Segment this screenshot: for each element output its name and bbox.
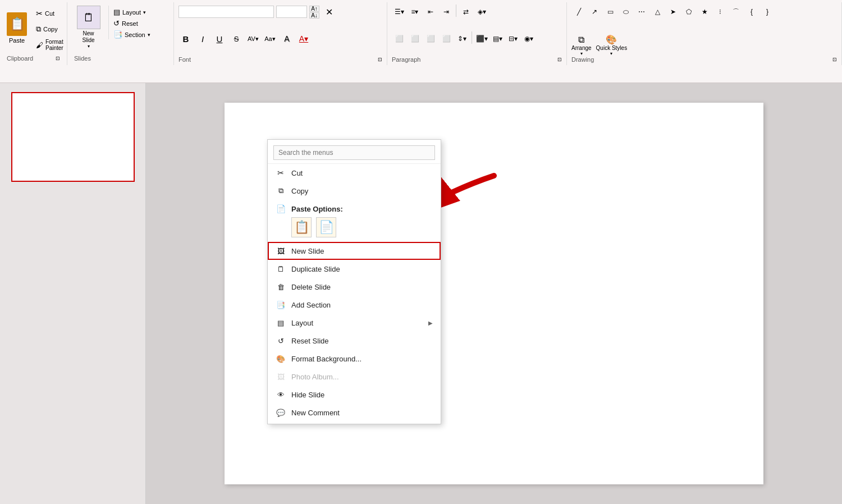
shape-rtarrow-button[interactable]: ➤ <box>666 4 680 19</box>
delete-slide-icon: 🗑 <box>276 282 286 292</box>
context-menu-paste-label: Paste Options: <box>291 205 343 213</box>
duplicate-slide-icon: 🗒 <box>276 264 286 274</box>
context-menu: ✂ Cut ⧉ Copy 📄 Paste Options: 📋 📄 🖼 New … <box>267 139 441 424</box>
arrange-label: Arrange <box>571 45 592 51</box>
shape-line-button[interactable]: ╱ <box>571 4 586 19</box>
font-case-button[interactable]: Aa▾ <box>263 31 277 46</box>
format-painter-button[interactable]: 🖌 Format Painter <box>34 39 67 51</box>
context-menu-delete-slide[interactable]: 🗑 Delete Slide <box>268 278 441 296</box>
paste-label: Paste <box>9 37 25 44</box>
context-menu-layout[interactable]: ▤ Layout ▶ <box>268 314 441 332</box>
shape-curve-button[interactable]: ⌒ <box>729 4 743 19</box>
context-menu-cut-label: Cut <box>291 169 303 177</box>
context-menu-reset-slide[interactable]: ↺ Reset Slide <box>268 332 441 350</box>
context-menu-search-input[interactable] <box>273 145 435 160</box>
context-menu-duplicate-slide[interactable]: 🗒 Duplicate Slide <box>268 260 441 278</box>
number-list-button[interactable]: ≡▾ <box>408 4 422 19</box>
clipboard-expand-icon[interactable]: ⊡ <box>56 56 60 61</box>
smartart2-button[interactable]: ◉▾ <box>521 31 536 46</box>
shadow-button[interactable]: A <box>280 31 294 46</box>
reset-ribbon-button[interactable]: ↺ Reset <box>113 19 150 28</box>
canvas-area[interactable]: ✂ Cut ⧉ Copy 📄 Paste Options: 📋 📄 🖼 New … <box>146 83 842 504</box>
paste-option-1[interactable]: 📋 <box>291 217 312 237</box>
shape-arrow-button[interactable]: ↗ <box>587 4 602 19</box>
cut-icon: ✂ <box>276 168 286 178</box>
copy-button[interactable]: ⧉ Copy <box>34 23 67 35</box>
font-color-button[interactable]: A▾ <box>296 31 311 46</box>
cut-button[interactable]: ✂ Cut <box>34 7 67 20</box>
context-menu-add-section-label: Add Section <box>291 301 331 309</box>
bullet-list-button[interactable]: ☰▾ <box>392 4 406 19</box>
context-menu-new-comment[interactable]: 💬 New Comment <box>268 404 441 421</box>
slide-panel <box>0 83 146 504</box>
shape-oval-button[interactable]: ⬭ <box>619 4 633 19</box>
strikethrough-button[interactable]: S <box>229 31 244 46</box>
context-menu-hide-label: Hide Slide <box>291 391 324 399</box>
cut-label: Cut <box>45 10 54 17</box>
context-menu-paste-options: 📄 Paste Options: <box>268 200 441 215</box>
align-left-button[interactable]: ⬜ <box>392 31 406 46</box>
clipboard-group-label: Clipboard <box>7 55 33 62</box>
convert-smartart-button[interactable]: ◈▾ <box>474 4 489 19</box>
shape-brace-button[interactable]: { <box>744 4 759 19</box>
add-section-icon: 📑 <box>276 300 286 310</box>
font-decrease-button[interactable]: A↓ <box>309 12 319 19</box>
copy-label: Copy <box>43 26 58 33</box>
context-menu-photo-album: 🖼 Photo Album... <box>268 368 441 386</box>
slides-group-label: Slides <box>74 55 91 62</box>
shape-pentagon-button[interactable]: ⬠ <box>681 4 696 19</box>
context-menu-reset-label: Reset Slide <box>291 337 328 345</box>
layout-ribbon-button[interactable]: ▤ Layout ▾ <box>113 8 150 16</box>
underline-button[interactable]: U <box>212 31 227 46</box>
character-spacing-button[interactable]: AV▾ <box>246 31 260 46</box>
drawing-expand-icon[interactable]: ⊡ <box>832 57 837 62</box>
bold-button[interactable]: B <box>179 31 193 46</box>
shape-star-button[interactable]: ★ <box>697 4 712 19</box>
indent-increase-button[interactable]: ⇥ <box>439 4 454 19</box>
text-direction2-button[interactable]: ▤▾ <box>490 31 505 46</box>
slide-thumbnail-1[interactable] <box>11 92 135 182</box>
paste-button[interactable]: 📋 Paste <box>4 6 29 51</box>
section-ribbon-button[interactable]: 📑 Section ▾ <box>113 30 150 39</box>
paragraph-expand-icon[interactable]: ⊡ <box>557 57 562 62</box>
shape-extra-button[interactable]: ⁝ <box>713 4 727 19</box>
quick-styles-button[interactable]: 🎨 Quick Styles ▾ <box>596 34 628 56</box>
context-menu-add-section[interactable]: 📑 Add Section <box>268 296 441 314</box>
arrange-button[interactable]: ⧉ Arrange ▾ <box>571 35 592 56</box>
layout-icon: ▤ <box>276 318 286 328</box>
font-size-input[interactable] <box>276 6 307 18</box>
paste-option-2[interactable]: 📄 <box>316 217 336 237</box>
section-label: Section <box>125 31 145 38</box>
shape-bracket-button[interactable]: } <box>760 4 775 19</box>
ribbon-group-paragraph: ☰▾ ≡▾ ⇤ ⇥ ⇄ ◈▾ ⬜ ⬜ ⬜ ⬜ ⇕▾ ⬛▾ ▤▾ ⊟▾ ◉▾ <box>387 2 567 65</box>
shape-more-button[interactable]: ⋯ <box>634 4 649 19</box>
shape-triangle-button[interactable]: △ <box>650 4 665 19</box>
font-name-input[interactable] <box>179 6 274 18</box>
context-menu-cut[interactable]: ✂ Cut <box>268 164 441 182</box>
context-menu-layout-label: Layout <box>291 319 313 327</box>
shape-rect-button[interactable]: ▭ <box>603 4 617 19</box>
text-direction-button[interactable]: ⇄ <box>459 4 473 19</box>
line-spacing-button[interactable]: ⇕▾ <box>455 31 469 46</box>
context-menu-format-background[interactable]: 🎨 Format Background... <box>268 350 441 368</box>
context-menu-hide-slide[interactable]: 👁 Hide Slide <box>268 386 441 404</box>
align-text-button[interactable]: ⊟▾ <box>506 31 520 46</box>
context-menu-new-slide[interactable]: 🖼 New Slide <box>268 242 441 260</box>
format-painter-label: Format Painter <box>45 39 65 51</box>
font-increase-button[interactable]: A↑ <box>309 6 319 12</box>
align-center-button[interactable]: ⬜ <box>408 31 422 46</box>
align-right-button[interactable]: ⬜ <box>423 31 438 46</box>
new-slide-icon: 🖼 <box>276 246 286 256</box>
justify-button[interactable]: ⬜ <box>439 31 454 46</box>
paste-options-icon: 📄 <box>276 204 286 214</box>
italic-button[interactable]: I <box>195 31 210 46</box>
font-expand-icon[interactable]: ⊡ <box>378 57 382 62</box>
clear-formatting-button[interactable]: ✕ <box>322 4 336 19</box>
indent-decrease-button[interactable]: ⇤ <box>423 4 438 19</box>
ribbon-group-slides: 🗒 NewSlide ▾ ▤ Layout ▾ ↺ Reset <box>67 2 174 65</box>
ribbon-group-drawing: ╱ ↗ ▭ ⬭ ⋯ △ ➤ ⬠ ★ ⁝ ⌒ { } ⧉ Arrange ▾ <box>567 2 842 65</box>
new-slide-ribbon-button[interactable]: 🗒 NewSlide ▾ <box>73 6 104 49</box>
font-group-label: Font <box>179 56 191 63</box>
context-menu-copy[interactable]: ⧉ Copy <box>268 182 441 200</box>
columns-button[interactable]: ⬛▾ <box>474 31 489 46</box>
